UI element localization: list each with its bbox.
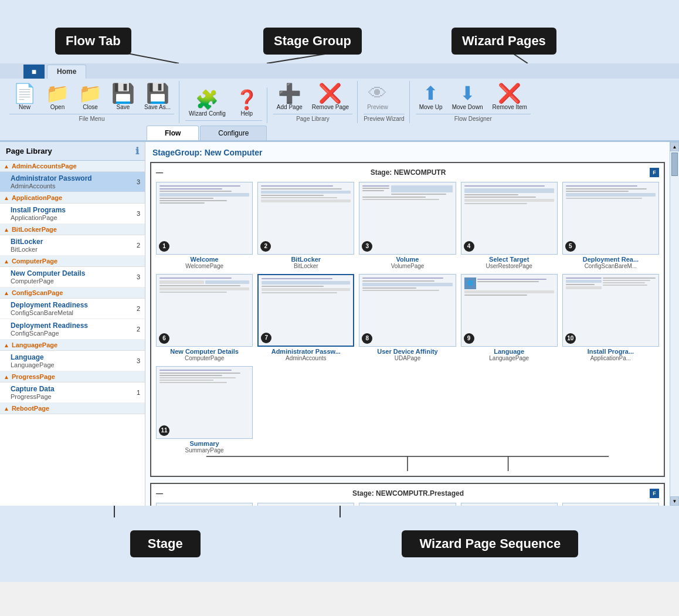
ribbon-tabs: ■ Home <box>0 63 679 79</box>
preview-button[interactable]: 👁 Preview <box>364 82 392 113</box>
ribbon-group-wizard-config: 🧩 Wizard Config ❓ Help <box>181 87 267 123</box>
sidebar-item-deploy-readiness-metal[interactable]: Deployment Readiness ConfigScanBareMetal… <box>0 299 145 319</box>
save-button[interactable]: 💾 Save <box>108 82 138 113</box>
sidebar-category-application[interactable]: ▲ ApplicationPage <box>0 192 145 204</box>
stage-pages-row3: 11 Summary SummaryPage <box>156 366 659 453</box>
move-down-button[interactable]: ⬇ Move Down <box>449 82 487 113</box>
item-count-install-programs: 3 <box>137 210 140 217</box>
page-card-language[interactable]: 🌐 9 Language <box>461 274 558 361</box>
page-num-6: 6 <box>159 333 169 344</box>
open-label: Open <box>50 104 64 111</box>
save-as-button[interactable]: 💾 Save As... <box>141 82 174 113</box>
page-thumbnail-deployment-ready: 5 <box>562 182 659 255</box>
item-sub-capture-data: ProgressPage <box>11 393 139 400</box>
bottom-annotation-area: Stage Wizard Page Sequence <box>0 506 679 582</box>
page-card-uda[interactable]: 8 User Device Affinity UDAPage <box>359 274 456 361</box>
page-num-1: 1 <box>159 241 169 252</box>
save-as-label: Save As... <box>144 104 171 111</box>
page-name-bitlocker: BitLocker <box>291 256 321 263</box>
page-card-new-computer-details[interactable]: 6 New Computer Details ComputerPage <box>156 274 253 361</box>
page-card-install-programs[interactable]: 10 Install Progra... ApplicationPa... <box>562 274 659 361</box>
page-card-deployment-ready[interactable]: 5 Deployment Rea... ConfigScanBareM... <box>562 182 659 269</box>
remove-item-label: Remove Item <box>492 104 527 111</box>
cat-label-admin: AdminAccountsPage <box>12 163 77 170</box>
sidebar-category-configscan[interactable]: ▲ ConfigScanPage <box>0 287 145 299</box>
wizard-config-button[interactable]: 🧩 Wizard Config <box>185 89 229 119</box>
remove-item-button[interactable]: ❌ Remove Item <box>488 82 530 113</box>
collapse-btn-1[interactable]: — <box>156 168 163 177</box>
page-name-admin-pass: Administrator Passw... <box>271 348 341 355</box>
stage-flag-1: F <box>650 168 659 177</box>
new-icon: 📄 <box>13 84 36 103</box>
stage-flag-2: F <box>650 489 659 498</box>
cat-label-bitlocker: BitLockerPage <box>12 226 57 233</box>
scroll-up-button[interactable]: ▲ <box>670 142 679 151</box>
page-card-bitlocker[interactable]: 2 BitLocker BitLocker <box>257 182 354 269</box>
info-icon[interactable]: ℹ <box>135 145 139 157</box>
stage-name-1: Stage: NEWCOMPUTR <box>371 168 446 177</box>
cat-label-language: LanguagePage <box>12 341 57 348</box>
new-button[interactable]: 📄 New <box>9 82 40 113</box>
tab-configure[interactable]: Configure <box>200 126 267 140</box>
page-name-new-computer-details: New Computer Details <box>170 348 239 355</box>
page-card-admin-pass[interactable]: 7 Administrator Passw... AdminAccounts <box>257 274 354 361</box>
page-card-summary[interactable]: 11 Summary SummaryPage <box>156 366 253 453</box>
flow-tab-annotation: Flow Tab <box>55 28 131 55</box>
remove-page-button[interactable]: ❌ Remove Page <box>308 82 352 113</box>
close-label: Close <box>83 104 98 111</box>
page-thumbnail-admin-pass: 7 <box>257 274 354 347</box>
help-icon: ❓ <box>235 90 259 109</box>
sidebar-category-progress[interactable]: ▲ ProgressPage <box>0 371 145 383</box>
sidebar-item-deploy-readiness-scan[interactable]: Deployment Readiness ConfigScanPage 2 <box>0 319 145 340</box>
page-card-select-target[interactable]: 4 Select Target UserRestorePage <box>461 182 558 269</box>
ribbon-tab-home[interactable]: Home <box>47 65 86 79</box>
sidebar-category-admin-accounts[interactable]: ▲ AdminAccountsPage <box>0 161 145 172</box>
page-num-8: 8 <box>362 333 372 344</box>
page-card-volume[interactable]: 3 Volume VolumePage <box>359 182 456 269</box>
cat-label-progress: ProgressPage <box>12 373 55 380</box>
item-count-language: 3 <box>137 357 140 364</box>
page-thumbnail-language: 🌐 9 <box>461 274 558 347</box>
cat-arrow-computer: ▲ <box>4 258 9 265</box>
office-button[interactable]: ■ <box>23 65 45 79</box>
move-up-icon: ⬆ <box>423 84 439 103</box>
remove-item-icon: ❌ <box>498 84 521 103</box>
close-button[interactable]: 📁 Close <box>75 82 106 113</box>
scroll-thumb[interactable] <box>671 153 678 176</box>
cat-label-computer: ComputerPage <box>12 258 57 265</box>
sidebar-item-new-computer[interactable]: New Computer Details ComputerPage 3 <box>0 267 145 287</box>
move-up-button[interactable]: ⬆ Move Up <box>416 82 446 113</box>
add-page-button[interactable]: ➕ Add Page <box>273 82 306 113</box>
page-sub-volume: VolumePage <box>391 263 425 269</box>
new-label: New <box>19 104 30 111</box>
sidebar-item-bitlocker[interactable]: BitLocker BitLocker 2 <box>0 235 145 256</box>
sidebar-item-install-programs[interactable]: Install Programs ApplicationPage 3 <box>0 204 145 224</box>
stage-newcomputr: — Stage: NEWCOMPUTR F <box>150 162 665 477</box>
stage-header-prestaged: — Stage: NEWCOMPUTR.Prestaged F <box>156 489 659 498</box>
designer-scrollbar[interactable]: ▲ ▼ <box>670 142 679 506</box>
page-card-welcome[interactable]: 1 Welcome WelcomePage <box>156 182 253 269</box>
sidebar-category-reboot[interactable]: ▲ RebootPage <box>0 403 145 414</box>
file-menu-buttons: 📄 New 📁 Open 📁 Close 💾 Save 💾 Sav <box>9 82 174 113</box>
sidebar-item-admin-password[interactable]: Administrator Password AdminAccounts 3 <box>0 172 145 192</box>
tab-flow[interactable]: Flow <box>147 126 199 140</box>
save-icon: 💾 <box>111 84 135 103</box>
sidebar-item-language[interactable]: Language LanguagePage 3 <box>0 351 145 371</box>
item-name-admin-password: Administrator Password <box>11 174 139 182</box>
item-name-install-programs: Install Programs <box>11 206 139 214</box>
help-button[interactable]: ❓ Help <box>232 89 262 119</box>
sidebar-category-bitlocker[interactable]: ▲ BitLockerPage <box>0 224 145 235</box>
page-name-deployment-ready: Deployment Rea... <box>583 256 639 263</box>
cat-arrow-reboot: ▲ <box>4 405 9 412</box>
stage-group-annotation: Stage Group <box>263 28 362 55</box>
scroll-down-button[interactable]: ▼ <box>670 496 679 506</box>
collapse-btn-2[interactable]: — <box>156 489 163 497</box>
sidebar-category-computer[interactable]: ▲ ComputerPage <box>0 256 145 267</box>
page-thumbnail-summary: 11 <box>156 366 253 439</box>
page-thumbnail-volume: 3 <box>359 182 456 255</box>
page-library-label: Page Library <box>273 114 352 122</box>
open-button[interactable]: 📁 Open <box>42 82 73 113</box>
sidebar-item-capture-data[interactable]: Capture Data ProgressPage 1 <box>0 383 145 403</box>
sidebar-category-language[interactable]: ▲ LanguagePage <box>0 340 145 351</box>
page-thumbnail-bitlocker: 2 <box>257 182 354 255</box>
